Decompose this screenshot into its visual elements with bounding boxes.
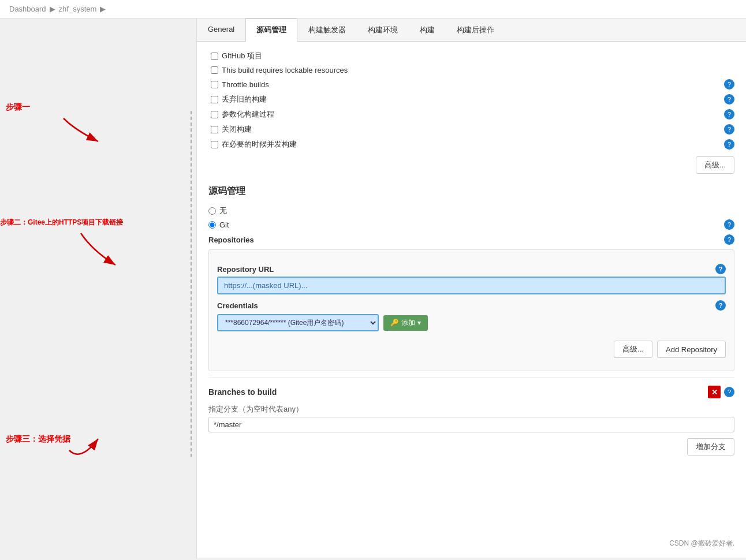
dashed-separator: [191, 111, 192, 457]
repo-url-label: Repository URL: [217, 265, 274, 274]
credentials-label-row: Credentials ?: [217, 300, 726, 311]
help-icon-discard[interactable]: ?: [724, 94, 734, 104]
tab-build[interactable]: 构建: [409, 18, 446, 41]
checkbox-concurrent-label: 在必要的时候并发构建: [222, 139, 297, 150]
help-icon-credentials[interactable]: ?: [715, 300, 726, 311]
tab-bar: General 源码管理 构建触发器 构建环境 构建 构建后操作: [197, 18, 746, 42]
help-icon-url[interactable]: ?: [715, 264, 726, 274]
breadcrumb-arrow1: ▶: [50, 5, 55, 13]
add-repository-button[interactable]: Add Repository: [657, 341, 726, 358]
dropdown-arrow-icon: ▾: [417, 319, 421, 327]
checkbox-concurrent[interactable]: [211, 141, 218, 148]
checkbox-row-github: GitHub 项目: [211, 51, 734, 61]
tab-env[interactable]: 构建环境: [357, 18, 409, 41]
add-credential-button[interactable]: 🔑 添加 ▾: [383, 315, 428, 331]
checkbox-disable-label: 关闭构建: [222, 124, 252, 135]
radio-none[interactable]: [208, 207, 216, 215]
checkbox-row-lockable: This build requires lockable resources: [211, 66, 734, 74]
repositories-label-row: Repositories ?: [208, 234, 734, 245]
source-management-title: 源码管理: [208, 185, 734, 197]
checkbox-github-label: GitHub 项目: [222, 51, 262, 61]
help-icon-disable[interactable]: ?: [724, 124, 734, 135]
checkbox-row-parametrize: 参数化构建过程 ?: [211, 109, 734, 120]
help-icon-repositories[interactable]: ?: [724, 234, 734, 245]
repo-url-label-row: Repository URL ?: [217, 264, 726, 274]
radio-git[interactable]: [208, 221, 216, 229]
add-branch-row: 增加分支: [208, 438, 734, 456]
repository-url-input-display[interactable]: https://...(masked URL)...: [217, 277, 726, 294]
branch-input[interactable]: [208, 417, 734, 432]
help-icon-concurrent[interactable]: ?: [724, 139, 734, 150]
branch-field-label: 指定分支（为空时代表any）: [208, 404, 734, 415]
branches-header: Branches to build ✕ ?: [208, 386, 734, 398]
help-icon-branches[interactable]: ?: [724, 387, 734, 397]
breadcrumb-dashboard[interactable]: Dashboard: [9, 5, 46, 13]
branches-title: Branches to build: [208, 387, 277, 397]
delete-branch-button[interactable]: ✕: [708, 386, 721, 398]
checkbox-row-discard: 丢弃旧的构建 ?: [211, 94, 734, 104]
step2-label: 步骤二：Gitee上的HTTPS项目下载链接: [0, 218, 123, 226]
add-branch-button[interactable]: 增加分支: [687, 438, 734, 456]
branch-field-row: 指定分支（为空时代表any）: [208, 404, 734, 432]
checkbox-row-throttle: Throttle builds ?: [211, 79, 734, 89]
content-area: General 源码管理 构建触发器 构建环境 构建 构建后操作 GitHub …: [196, 18, 746, 558]
checkbox-parametrize-label: 参数化构建过程: [222, 109, 274, 120]
checkbox-disable[interactable]: [211, 126, 218, 133]
checkbox-row-disable: 关闭构建 ?: [211, 124, 734, 135]
breadcrumb-project[interactable]: zhf_system: [59, 5, 97, 13]
add-credential-label: 添加: [401, 318, 415, 328]
annotation-panel: 步骤一 步骤二：Gitee上的HTTPS项目下载链接: [0, 18, 196, 558]
checkbox-github[interactable]: [211, 53, 218, 60]
checkbox-row-concurrent: 在必要的时候并发构建 ?: [211, 139, 734, 150]
tab-general[interactable]: General: [197, 18, 245, 41]
breadcrumb-arrow2: ▶: [100, 5, 106, 13]
branches-section: Branches to build ✕ ? 指定分支（为空时代表any） 增加分…: [208, 377, 734, 456]
tab-triggers[interactable]: 构建触发器: [297, 18, 357, 41]
breadcrumb: Dashboard ▶ zhf_system ▶: [0, 0, 746, 18]
repositories-label: Repositories: [208, 236, 254, 244]
step1-label: 步骤一: [6, 102, 30, 111]
checkbox-list: GitHub 项目 This build requires lockable r…: [211, 51, 734, 150]
repository-box: Repository URL ? https://...(masked URL)…: [208, 249, 734, 371]
radio-none-row: 无: [208, 206, 734, 216]
help-icon-git[interactable]: ?: [724, 219, 734, 230]
radio-none-label: 无: [219, 206, 227, 216]
advanced-button-top[interactable]: 高级...: [696, 156, 734, 174]
radio-git-label: Git: [219, 221, 229, 229]
checkbox-throttle[interactable]: [211, 81, 218, 88]
tab-source[interactable]: 源码管理: [245, 18, 297, 42]
advanced-button-repo[interactable]: 高级...: [614, 341, 652, 358]
checkbox-throttle-label: Throttle builds: [222, 80, 269, 89]
checkbox-lockable-label: This build requires lockable resources: [222, 66, 348, 74]
credentials-select[interactable]: ***866072964/****** (Gitee用户名密码): [217, 314, 379, 331]
source-management-section: 源码管理 无 Git ? Repositories ?: [208, 185, 734, 371]
credentials-section: Credentials ? ***866072964/****** (Gitee…: [217, 300, 726, 331]
step3-label: 步骤三：选择凭据: [6, 434, 70, 443]
radio-git-row: Git ?: [208, 219, 734, 230]
checkbox-lockable[interactable]: [211, 66, 218, 74]
action-buttons-row: 高级... Add Repository: [217, 341, 726, 358]
key-icon: 🔑: [390, 319, 399, 327]
advanced-btn-row: 高级...: [208, 156, 734, 174]
watermark: CSDN @搬砖爱好者.: [669, 539, 734, 548]
checkbox-parametrize[interactable]: [211, 111, 218, 118]
repository-url-text: https://...(masked URL)...: [224, 281, 308, 290]
help-icon-parametrize[interactable]: ?: [724, 109, 734, 120]
checkbox-discard[interactable]: [211, 96, 218, 103]
checkbox-discard-label: 丢弃旧的构建: [222, 94, 267, 104]
credentials-row: ***866072964/****** (Gitee用户名密码) 🔑 添加 ▾: [217, 314, 726, 331]
tab-post-build[interactable]: 构建后操作: [446, 18, 505, 41]
help-icon-throttle[interactable]: ?: [724, 79, 734, 89]
credentials-label: Credentials: [217, 301, 258, 310]
